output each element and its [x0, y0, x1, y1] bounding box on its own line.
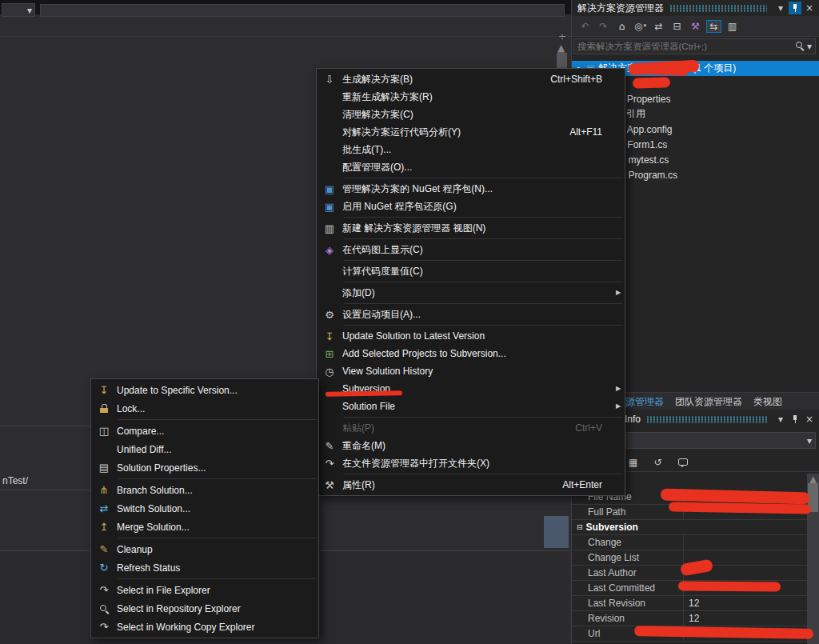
menu-item-compare[interactable]: ◫Compare...	[91, 422, 318, 440]
redaction-marker	[640, 66, 688, 76]
menu-arrow-icon: ▶	[616, 403, 621, 410]
menu-item-select-in-file-explorer[interactable]: ↷Select in File Explorer	[91, 581, 318, 599]
menu-item-switch-solution[interactable]: ⇄Switch Solution...	[91, 499, 318, 518]
toolbar-textbox[interactable]	[40, 4, 565, 17]
menu-item-branch-solution[interactable]: ⋔Branch Solution...	[91, 481, 318, 499]
properties-wrench-button[interactable]: ⚒	[687, 18, 704, 35]
menu-item-new-solution-explorer-view[interactable]: ▥新建 解决方案资源管理器 视图(N)	[317, 219, 625, 237]
menu-item-configuration-manager[interactable]: 配置管理器(O)...	[317, 158, 625, 176]
menu-item-select-in-working-copy-explorer[interactable]: ↷Select in Working Copy Explorer	[91, 618, 318, 636]
menu-item-icon-slot: ▤	[91, 462, 117, 473]
menu-item-batch-build[interactable]: 批生成(T)...	[317, 141, 625, 158]
menu-item-manage-nuget-packages[interactable]: ▣管理解决方案的 NuGet 程序包(N)...	[317, 180, 625, 198]
menu-item-icon-slot: ✎	[317, 441, 342, 451]
menu-item-label: 新建 解决方案资源管理器 视图(N)	[342, 222, 588, 235]
home-button[interactable]: ⌂	[613, 18, 630, 35]
menu-item-icon-slot: ↧	[91, 385, 117, 395]
pin-button[interactable]	[789, 413, 801, 426]
property-row-last-revision[interactable]: Last Revision12	[572, 596, 807, 611]
window-position-button[interactable]: ▾	[774, 413, 787, 426]
menu-item-solution-properties[interactable]: ▤Solution Properties...	[91, 458, 318, 477]
menu-item-set-startup-projects[interactable]: ⚙设置启动项目(A)...	[317, 306, 625, 323]
scrollbar-up-button[interactable]: ▲	[557, 43, 565, 53]
property-name: Change	[588, 535, 621, 550]
search-icon[interactable]	[795, 41, 805, 53]
comment-button[interactable]	[674, 454, 691, 471]
menu-separator	[118, 478, 317, 479]
menu-item-update-solution-latest[interactable]: ↧Update Solution to Latest Version	[317, 327, 625, 345]
close-button[interactable]: ×	[803, 2, 816, 14]
tree-label: Properties	[627, 94, 671, 105]
preview-button[interactable]: ▥	[724, 18, 741, 35]
property-name: Url	[588, 626, 600, 641]
menu-item-icon-slot	[91, 404, 117, 414]
toolbar-dropdown[interactable]: ▾	[2, 3, 35, 17]
editor-splitter-handle[interactable]: ÷	[555, 30, 569, 42]
menu-item-add[interactable]: 添加(D)▶	[317, 284, 625, 302]
menu-item-icon-slot: ▥	[317, 223, 342, 234]
chevron-down-icon: ▾	[643, 23, 646, 29]
menu-item-icon-slot: ◫	[91, 426, 117, 436]
properties-wrench-icon: ⚒	[691, 22, 700, 31]
menu-item-properties[interactable]: ⚒属性(R)Alt+Enter	[317, 476, 625, 494]
close-button[interactable]: ×	[803, 413, 816, 426]
property-row-change[interactable]: Change	[572, 535, 807, 550]
select-file-explorer-icon: ↷	[100, 585, 109, 595]
property-name: Last Revision	[588, 596, 645, 610]
open-folder-icon: ↷	[326, 458, 334, 469]
property-row-subversion[interactable]: ⊟Subversion	[572, 520, 807, 535]
menu-item-unified-diff[interactable]: Unified Diff...	[91, 440, 318, 458]
tab-team-explorer[interactable]: 团队资源管理器	[669, 393, 748, 410]
chevron-down-icon: ▾	[807, 42, 812, 51]
panel-scrollbar-thumb[interactable]	[544, 516, 569, 548]
chevron-down-icon: ▾	[778, 414, 783, 424]
menu-item-merge-solution[interactable]: ↥Merge Solution...	[91, 518, 318, 536]
drag-grip[interactable]	[646, 416, 767, 423]
sync-selection-button[interactable]: ⇄	[650, 18, 667, 35]
tab-class-view[interactable]: 类视图	[748, 393, 788, 410]
menu-item-label: 属性(R)	[342, 478, 548, 492]
menu-item-cleanup[interactable]: ✎Cleanup	[91, 540, 318, 558]
menu-item-label: 重新生成解决方案(R)	[342, 90, 588, 104]
menu-item-view-solution-history[interactable]: ◷View Solution History	[317, 362, 625, 380]
window-position-button[interactable]: ▾	[774, 2, 787, 14]
menu-item-label: Select in Repository Explorer	[117, 603, 282, 614]
menu-item-rebuild-solution[interactable]: 重新生成解决方案(R)	[317, 88, 625, 106]
menu-item-build-solution[interactable]: ⇩生成解决方案(B)Ctrl+Shift+B	[317, 70, 625, 88]
rename-icon: ✎	[326, 441, 334, 451]
back-button[interactable]: ↶	[577, 18, 593, 35]
forward-button[interactable]: ↷	[595, 18, 612, 35]
menu-item-add-projects-to-subversion[interactable]: ⊞Add Selected Projects to Subversion...	[317, 345, 625, 362]
chevron-down-icon: ▾	[778, 3, 783, 13]
scope-icon: ◎▾	[634, 22, 646, 31]
solution-explorer-titlebar[interactable]: 解决方案资源管理器 ▾ ×	[572, 0, 819, 16]
menu-item-show-on-code-map[interactable]: ◈在代码图上显示(C)	[317, 241, 625, 258]
menu-item-calculate-code-metrics[interactable]: 计算代码度量值(C)	[317, 262, 625, 280]
history-clock-icon: ◷	[325, 366, 334, 377]
sync-active-button[interactable]: ⇆	[705, 18, 722, 35]
menu-item-clean-solution[interactable]: 清理解决方案(C)	[317, 106, 625, 123]
menu-item-rename[interactable]: ✎重命名(M)	[317, 437, 625, 454]
property-value: 12	[684, 596, 807, 610]
grid-button[interactable]: ▦	[625, 454, 641, 471]
menu-item-update-to-specific-version[interactable]: ↧Update to Specific Version...	[91, 381, 318, 399]
property-row-revision[interactable]: Revision12	[572, 611, 807, 626]
property-value: 12	[684, 611, 807, 626]
menu-item-open-folder-in-explorer[interactable]: ↷在文件资源管理器中打开文件夹(X)	[317, 454, 625, 472]
menu-item-solution-file[interactable]: Solution File▶	[317, 398, 625, 415]
history-button[interactable]: ↺	[649, 454, 666, 471]
menu-item-enable-nuget-restore[interactable]: ▣启用 NuGet 程序包还原(G)	[317, 198, 625, 215]
pin-button[interactable]	[789, 2, 801, 14]
menu-item-lock[interactable]: Lock...	[91, 399, 318, 418]
collapse-all-button[interactable]: ⊟	[669, 18, 685, 35]
sync-active-icon: ⇆	[706, 20, 721, 33]
scope-button[interactable]: ◎▾	[632, 18, 649, 35]
pin-icon	[791, 3, 799, 13]
search-options-button[interactable]: ▾	[807, 42, 812, 51]
menu-item-refresh-status[interactable]: ↻Refresh Status	[91, 558, 318, 577]
menu-item-icon-slot: ⚒	[317, 480, 342, 490]
menu-item-run-code-analysis[interactable]: 对解决方案运行代码分析(Y)Alt+F11	[317, 123, 625, 141]
menu-item-select-in-repository-explorer[interactable]: Select in Repository Explorer	[91, 599, 318, 618]
drag-grip[interactable]	[669, 5, 767, 12]
search-input[interactable]	[574, 42, 795, 51]
